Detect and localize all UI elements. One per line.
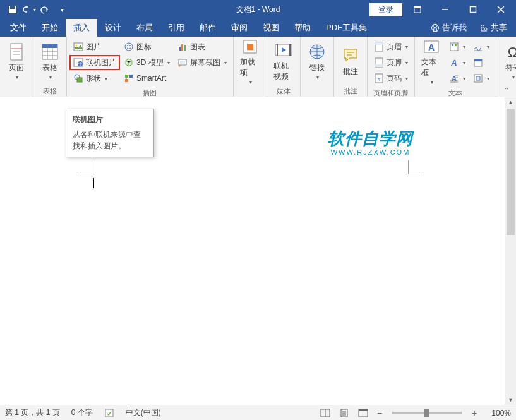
- page-count[interactable]: 第 1 页，共 1 页: [5, 407, 60, 418]
- pages-button[interactable]: 页面 ▾: [3, 38, 30, 85]
- table-button[interactable]: 表格 ▾: [36, 38, 64, 85]
- screenshot-button[interactable]: 屏幕截图 ▾: [174, 55, 231, 70]
- zoom-in-button[interactable]: +: [469, 407, 479, 419]
- video-icon: [274, 40, 293, 59]
- zoom-slider[interactable]: [392, 412, 462, 414]
- redo-button[interactable]: [38, 2, 53, 17]
- zoom-out-button[interactable]: −: [375, 407, 385, 419]
- object-button[interactable]: ▾: [469, 71, 493, 86]
- svg-rect-55: [105, 409, 113, 417]
- svg-rect-1: [414, 6, 421, 8]
- share-button[interactable]: 共享: [473, 22, 513, 33]
- online-video-button[interactable]: 联机视频: [270, 38, 297, 85]
- share-label: 共享: [491, 22, 507, 33]
- addins-button[interactable]: 加载项 ▾: [236, 38, 264, 85]
- page-number-icon: #: [374, 73, 384, 83]
- wordart-icon: A: [449, 57, 459, 68]
- maximize-button[interactable]: [460, 0, 486, 19]
- scroll-down-button[interactable]: ▼: [505, 395, 516, 405]
- word-count[interactable]: 0 个字: [71, 407, 93, 418]
- comment-button[interactable]: 批注: [337, 38, 364, 85]
- close-button[interactable]: [488, 0, 513, 19]
- symbol-button[interactable]: Ω 符号 ▾: [499, 38, 516, 85]
- wordart-button[interactable]: A ▾: [445, 55, 469, 70]
- svg-rect-10: [13, 54, 20, 55]
- 3d-models-button[interactable]: 3D 模型 ▾: [120, 55, 174, 70]
- collapse-ribbon-button[interactable]: ⌃: [501, 84, 512, 95]
- link-button[interactable]: 链接 ▾: [303, 38, 331, 85]
- chart-button[interactable]: 图表: [174, 39, 231, 54]
- page-number-button[interactable]: # 页码 ▾: [370, 71, 412, 86]
- footer-button[interactable]: 页脚 ▾: [370, 55, 412, 70]
- shapes-button[interactable]: 形状 ▾: [69, 71, 120, 86]
- read-mode-button[interactable]: [318, 407, 333, 419]
- spell-check-icon[interactable]: [104, 408, 114, 418]
- watermark-sub: WWW.RJZXW.COM: [328, 148, 413, 156]
- drop-cap-button[interactable]: A ▾: [445, 71, 469, 86]
- comment-label: 批注: [343, 66, 358, 77]
- vertical-scrollbar[interactable]: ▲ ▼: [505, 97, 516, 405]
- tab-references[interactable]: 引用: [160, 19, 192, 37]
- addins-label: 加载项: [240, 57, 260, 78]
- language[interactable]: 中文(中国): [126, 407, 161, 418]
- web-layout-button[interactable]: [356, 407, 371, 419]
- print-layout-button[interactable]: [337, 407, 352, 419]
- shapes-label: 形状: [86, 73, 101, 84]
- minimize-button[interactable]: [433, 0, 458, 19]
- dropdown-arrow-icon: ▾: [167, 60, 170, 66]
- tab-pdf[interactable]: PDF工具集: [318, 19, 375, 37]
- tab-insert[interactable]: 插入: [66, 19, 97, 37]
- ribbon: 页面 ▾ 表格 ▾ 表格 图片: [0, 37, 516, 97]
- save-button[interactable]: [5, 2, 20, 17]
- link-label: 链接: [309, 63, 325, 73]
- online-pictures-button[interactable]: 联机图片: [69, 55, 120, 70]
- svg-rect-45: [450, 43, 458, 51]
- tell-me-search[interactable]: 告诉我: [424, 22, 473, 33]
- parts-icon: [449, 42, 459, 52]
- tab-file[interactable]: 文件: [3, 19, 34, 37]
- tab-mailings[interactable]: 邮件: [192, 19, 224, 37]
- quick-access-toolbar: ▾ ▾: [0, 2, 69, 17]
- tab-layout[interactable]: 布局: [129, 19, 160, 37]
- footer-icon: [374, 57, 384, 68]
- tab-home[interactable]: 开始: [34, 19, 66, 37]
- svg-point-6: [481, 25, 484, 28]
- tab-review[interactable]: 审阅: [224, 19, 255, 37]
- scrollbar-thumb[interactable]: [507, 109, 515, 235]
- pages-label: 页面: [9, 63, 24, 73]
- zoom-slider-thumb[interactable]: [424, 409, 429, 417]
- tab-design[interactable]: 设计: [97, 19, 129, 37]
- title-bar: ▾ ▾ 文档1 - Word 登录: [0, 0, 516, 19]
- svg-rect-34: [277, 44, 278, 56]
- signature-button[interactable]: ▾: [469, 39, 493, 54]
- quick-parts-button[interactable]: ▾: [445, 39, 469, 54]
- tab-help[interactable]: 帮助: [287, 19, 318, 37]
- smartart-button[interactable]: SmartArt: [120, 71, 174, 86]
- svg-text:Ω: Ω: [507, 44, 516, 60]
- svg-point-14: [76, 45, 78, 47]
- group-addins: 加载项 ▾: [234, 37, 267, 97]
- date-icon: [473, 57, 483, 68]
- tab-view[interactable]: 视图: [255, 19, 287, 37]
- dropdown-arrow-icon: ▾: [487, 76, 489, 81]
- icons-button[interactable]: 图标: [120, 39, 174, 54]
- textbox-button[interactable]: A 文本框 ▾: [417, 38, 445, 85]
- svg-rect-22: [125, 75, 128, 78]
- screenshot-icon: [177, 57, 188, 68]
- dropdown-arrow-icon: ▾: [249, 80, 252, 85]
- date-time-button[interactable]: [469, 55, 493, 70]
- undo-button[interactable]: ▾: [21, 2, 37, 17]
- dropcap-icon: A: [449, 73, 459, 83]
- dropdown-arrow-icon: ▾: [49, 75, 52, 80]
- scroll-up-button[interactable]: ▲: [505, 97, 516, 107]
- table-label: 表格: [42, 63, 57, 73]
- zoom-level[interactable]: 100%: [483, 409, 511, 417]
- ribbon-display-options[interactable]: [405, 0, 430, 19]
- svg-text:A: A: [450, 58, 457, 68]
- group-label: [3, 87, 30, 97]
- qat-customize[interactable]: ▾: [54, 2, 69, 17]
- header-label: 页眉: [387, 42, 402, 52]
- login-button[interactable]: 登录: [369, 3, 402, 16]
- pictures-button[interactable]: 图片: [69, 39, 120, 54]
- header-button[interactable]: 页眉 ▾: [370, 39, 412, 54]
